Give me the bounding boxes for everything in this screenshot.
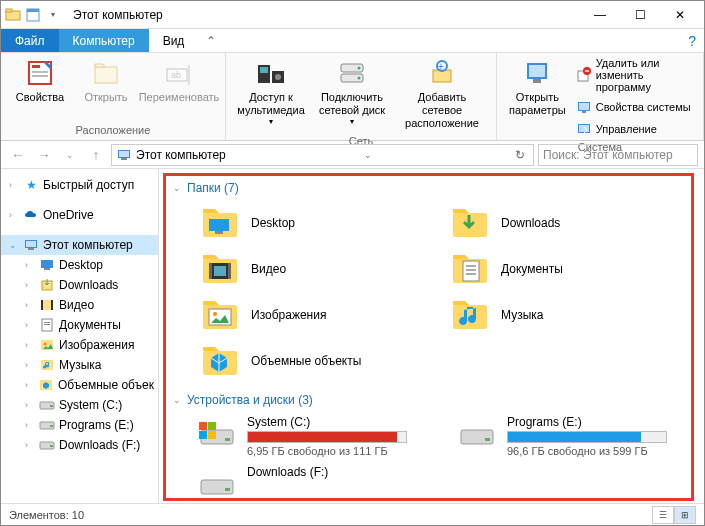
drive-item[interactable]: Downloads (F:)	[197, 465, 437, 501]
svg-rect-60	[209, 219, 229, 231]
sidebar-item[interactable]: ›Музыка	[1, 355, 158, 375]
sidebar-item[interactable]: ›Документы	[1, 315, 158, 335]
help-icon[interactable]: ?	[680, 29, 704, 52]
folder-item[interactable]: Изображения	[197, 295, 417, 335]
drive-item[interactable]: Programs (E:)96,6 ГБ свободно из 599 ГБ	[457, 415, 697, 457]
svg-rect-58	[50, 445, 53, 447]
back-button[interactable]: ←	[7, 144, 29, 166]
svg-rect-86	[201, 480, 233, 494]
video-icon	[39, 297, 55, 313]
folder-item[interactable]: Видео	[197, 249, 417, 289]
folder-item[interactable]: Downloads	[447, 203, 667, 243]
sidebar-item[interactable]: ›Видео	[1, 295, 158, 315]
tab-file[interactable]: Файл	[1, 29, 59, 52]
svg-rect-28	[585, 70, 589, 71]
ribbon: Свойства Открыть ab Переименовать Распол…	[1, 53, 704, 141]
svg-rect-36	[121, 158, 127, 160]
group-folders-header[interactable]: ⌄Папки (7)	[173, 181, 690, 195]
sidebar-item[interactable]: ›System (C:)	[1, 395, 158, 415]
sidebar: ›★Быстрый доступ ›OneDrive ⌄Этот компьют…	[1, 169, 159, 503]
group-drives-header[interactable]: ⌄Устройства и диски (3)	[173, 393, 690, 407]
sidebar-item[interactable]: ›Downloads (F:)	[1, 435, 158, 455]
drive-icon	[457, 415, 497, 451]
sidebar-onedrive[interactable]: ›OneDrive	[1, 205, 158, 225]
address-dropdown-icon[interactable]: ⌄	[360, 150, 376, 160]
status-bar: Элементов: 10 ☰ ⊞	[1, 503, 704, 525]
up-button[interactable]: ↑	[85, 144, 107, 166]
address-text: Этот компьютер	[136, 148, 226, 162]
minimize-button[interactable]: —	[580, 2, 620, 28]
search-input[interactable]: Поиск: Этот компьютер	[538, 144, 698, 166]
media-access-button[interactable]: Доступ к мультимедиа ▾	[232, 55, 310, 129]
sidebar-item[interactable]: ›Downloads	[1, 275, 158, 295]
drive-item[interactable]: System (C:)6,95 ГБ свободно из 111 ГБ	[197, 415, 437, 457]
documents-folder-icon	[449, 251, 491, 287]
close-button[interactable]: ✕	[660, 2, 700, 28]
svg-rect-40	[41, 260, 53, 268]
svg-rect-8	[95, 67, 117, 83]
refresh-button[interactable]: ↻	[511, 148, 529, 162]
svg-rect-70	[466, 265, 476, 267]
view-details-icon[interactable]: ☰	[652, 506, 674, 524]
music-icon	[39, 357, 55, 373]
downloads-icon	[39, 277, 55, 293]
sidebar-this-pc[interactable]: ⌄Этот компьютер	[1, 235, 158, 255]
svg-rect-87	[225, 488, 230, 491]
content-area[interactable]: ⌄Папки (7) DesktopDownloadsВидеоДокумент…	[159, 169, 704, 503]
system-props-button[interactable]: Свойства системы	[572, 97, 697, 117]
svg-rect-65	[209, 263, 212, 279]
svg-rect-6	[32, 71, 48, 73]
svg-rect-67	[214, 266, 226, 276]
sidebar-item[interactable]: ›Programs (E:)	[1, 415, 158, 435]
music-folder-icon	[449, 297, 491, 333]
recent-dropdown[interactable]: ⌄	[59, 144, 81, 166]
documents-icon	[39, 317, 55, 333]
qat-dropdown-icon[interactable]: ▾	[45, 7, 61, 23]
sidebar-item[interactable]: ›Изображения	[1, 335, 158, 355]
svg-rect-85	[485, 438, 490, 441]
svg-rect-1	[6, 9, 12, 12]
view-tiles-icon[interactable]: ⊞	[674, 506, 696, 524]
svg-point-18	[358, 67, 361, 70]
folder-item[interactable]: Объемные объекты	[197, 341, 417, 381]
svg-rect-83	[208, 431, 216, 439]
drive-icon	[197, 415, 237, 451]
manage-button[interactable]: Управление	[572, 119, 697, 139]
svg-rect-41	[44, 268, 50, 270]
sidebar-item[interactable]: ›Desktop	[1, 255, 158, 275]
svg-rect-33	[579, 125, 589, 132]
tab-computer[interactable]: Компьютер	[59, 29, 149, 52]
open-settings-button[interactable]: Открыть параметры	[503, 55, 572, 119]
svg-rect-80	[199, 422, 207, 430]
svg-rect-39	[28, 248, 34, 250]
3d-icon	[38, 377, 54, 393]
svg-rect-61	[215, 231, 223, 234]
sidebar-quick-access[interactable]: ›★Быстрый доступ	[1, 175, 158, 195]
maximize-button[interactable]: ☐	[620, 2, 660, 28]
forward-button[interactable]: →	[33, 144, 55, 166]
pictures-folder-icon	[199, 297, 241, 333]
address-field[interactable]: Этот компьютер ⌄ ↻	[111, 144, 534, 166]
folder-item[interactable]: Музыка	[447, 295, 667, 335]
desktop-icon	[39, 257, 55, 273]
properties-button[interactable]: Свойства	[7, 55, 73, 106]
svg-text:ab: ab	[171, 70, 181, 80]
svg-rect-47	[44, 322, 50, 323]
ribbon-collapse-icon[interactable]: ⌃	[198, 29, 224, 52]
ribbon-group-location: Расположение	[7, 122, 219, 138]
pc-icon	[116, 147, 132, 163]
uninstall-button[interactable]: Удалить или изменить программу	[572, 55, 697, 95]
svg-text:+: +	[438, 61, 444, 72]
folder-item[interactable]: Desktop	[197, 203, 417, 243]
svg-rect-3	[27, 9, 39, 12]
svg-rect-54	[50, 405, 53, 407]
tab-view[interactable]: Вид	[149, 29, 199, 52]
address-bar: ← → ⌄ ↑ Этот компьютер ⌄ ↻ Поиск: Этот к…	[1, 141, 704, 169]
map-drive-button[interactable]: Подключить сетевой диск ▾	[310, 55, 394, 129]
sidebar-item[interactable]: ›Объемные объек	[1, 375, 158, 395]
qat-props-icon[interactable]	[25, 7, 41, 23]
folder-item[interactable]: Документы	[447, 249, 667, 289]
add-network-button[interactable]: + Добавить сетевое расположение	[394, 55, 490, 133]
drive-icon	[197, 465, 237, 501]
qat-explorer-icon[interactable]	[5, 7, 21, 23]
